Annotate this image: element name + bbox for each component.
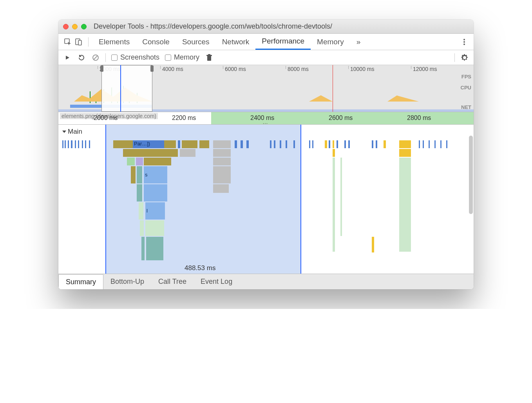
tab-label: Elements [99,38,130,46]
task-row: Par…]) [58,140,474,148]
tick-label: 10000 ms [350,66,374,72]
tab-sources[interactable]: Sources [176,34,216,50]
bar-label: Par…]) [134,141,150,147]
tab-call-tree[interactable]: Call Tree [151,274,194,289]
ruler-tick: 2200 ms [172,114,196,122]
overview-selection[interactable] [101,65,152,112]
details-tabs: Summary Bottom-Up Call Tree Event Log [58,274,474,289]
separator [88,37,89,47]
checkbox-icon [165,54,171,61]
tab-label: Memory [317,38,344,46]
cpu-area [387,93,419,102]
tab-network[interactable]: Network [216,34,256,50]
tab-performance[interactable]: Performance [255,34,311,50]
minimize-icon[interactable] [72,24,78,29]
selection-duration: 488.53 ms [185,264,215,272]
kebab-menu-icon[interactable] [459,36,470,47]
separator [105,53,106,62]
playhead-line [120,65,121,112]
screenshots-checkbox[interactable]: Screenshots [111,53,159,62]
titlebar: Developer Tools - https://developers.goo… [58,20,474,34]
track-label: Main [68,128,82,136]
svg-point-5 [463,44,465,45]
checkbox-label: Screenshots [120,53,159,62]
window-title: Developer Tools - https://developers.goo… [94,22,469,31]
tab-elements[interactable]: Elements [92,34,136,50]
tab-label: Performance [262,37,304,45]
tick-label: 4000 ms [162,66,183,72]
ruler-tick: 2800 ms [407,114,431,122]
tab-label: Bottom-Up [110,278,144,286]
ruler-tick: 2000 ms [94,114,118,122]
bar-label: l [147,208,148,214]
clear-icon[interactable] [91,53,100,62]
device-toolbar-icon[interactable] [73,36,84,47]
checkbox-icon [111,54,118,61]
overview-timeline[interactable]: 2000 ms 4000 ms 6000 ms 8000 ms 10000 ms… [58,65,474,112]
tab-label: Network [222,38,250,46]
tab-console[interactable]: Console [136,34,176,50]
tab-summary[interactable]: Summary [58,274,103,290]
separator [454,53,455,62]
svg-point-4 [463,41,465,43]
cpu-area [309,94,333,102]
tab-label: Call Tree [158,278,186,286]
devtools-window: Developer Tools - https://developers.goo… [58,20,474,289]
tab-memory[interactable]: Memory [311,34,350,50]
tick-label: 12000 ms [413,66,437,72]
load-event-line [333,65,333,112]
svg-rect-2 [78,40,81,45]
checkbox-label: Memory [174,53,199,62]
selection-handle-right[interactable] [150,65,154,72]
main-track-header[interactable]: Main [63,128,82,136]
tab-event-log[interactable]: Event Log [194,274,239,289]
ruler-ellipsis: … [262,119,270,125]
zoom-icon[interactable] [81,24,87,29]
reload-icon[interactable] [77,53,86,62]
inspect-element-icon[interactable] [62,36,73,47]
tab-label: Event Log [201,278,232,286]
tick-label: 6000 ms [225,66,246,72]
svg-line-7 [94,56,98,60]
ruler-tick: 2600 ms [329,114,353,122]
cpu-label: CPU [461,85,471,91]
selection-handle-left[interactable] [100,65,103,72]
tab-label: Summary [66,278,96,286]
perf-toolbar: Screenshots Memory [58,50,474,65]
svg-rect-10 [208,54,210,55]
svg-point-3 [463,39,465,40]
panel-tabs: Elements Console Sources Network Perform… [58,34,474,50]
overflow-label: » [356,38,361,46]
bar-label: s [145,172,148,178]
tabs-overflow[interactable]: » [350,34,367,50]
fps-label: FPS [461,74,471,80]
flame-chart[interactable]: Main 488.53 ms Par…]) [58,125,474,274]
tick-label: 8000 ms [288,66,309,72]
tab-bottom-up[interactable]: Bottom-Up [103,274,151,289]
memory-checkbox[interactable]: Memory [165,53,199,62]
flame-scrollbar[interactable] [469,136,473,214]
svg-rect-8 [207,56,211,61]
settings-icon[interactable] [460,53,469,62]
tab-label: Sources [182,38,210,46]
detail-ruler[interactable]: elements.png (developers.google.com) 200… [58,112,474,125]
close-icon[interactable] [63,24,69,29]
garbage-collect-icon[interactable] [205,53,214,62]
record-icon[interactable] [63,53,72,62]
window-controls [63,24,87,29]
tab-label: Console [142,38,170,46]
disclosure-triangle-icon [62,131,66,133]
